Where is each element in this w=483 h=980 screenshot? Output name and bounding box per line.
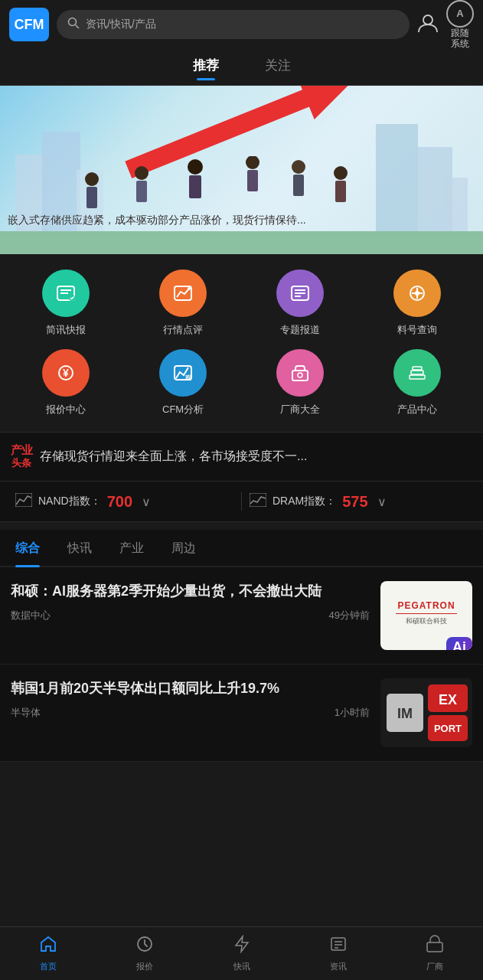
news-meta-0: 数据中心 49分钟前	[11, 609, 370, 622]
svg-rect-15	[335, 181, 346, 202]
news-time-0: 49分钟前	[329, 609, 370, 622]
svg-point-2	[423, 15, 432, 24]
banner: 嵌入式存储供应趋紧，成本驱动部分产品涨价，现货行情保待...	[0, 86, 483, 254]
vendor-label: 厂商大全	[280, 403, 320, 416]
market-icon	[159, 270, 207, 317]
svg-point-10	[246, 156, 259, 169]
index-bar: NAND指数： 700 ∨ DRAM指数： 575 ∨	[0, 482, 483, 522]
nav-vendor[interactable]: 厂商	[387, 935, 483, 972]
nand-value: 700	[107, 493, 132, 511]
vendor-icon	[276, 349, 324, 397]
svg-text:程: 程	[184, 374, 192, 381]
nand-chevron-icon[interactable]: ∨	[142, 495, 151, 509]
nav-home[interactable]: 首页	[0, 935, 96, 972]
export-graphic: IM EX PORT	[380, 678, 472, 747]
icon-item-product[interactable]: 产品中心	[358, 349, 475, 416]
industry-bar[interactable]: 产业 头条 存储现货行情迎来全面上涨，各市场接受度不一...	[0, 432, 483, 482]
bottom-nav: 首页 报价 快讯 资讯 厂商	[0, 926, 483, 980]
svg-point-14	[334, 166, 348, 180]
icon-item-partno[interactable]: 料号查询	[358, 270, 475, 337]
dram-chart-icon	[250, 493, 266, 510]
home-icon	[39, 935, 57, 958]
news-title-1: 韩国1月前20天半导体出口额同比上升19.7%	[11, 678, 370, 698]
header: CFM 资讯/快讯/产品 A 跟随系统	[0, 0, 483, 49]
svg-marker-49	[236, 936, 248, 952]
icon-item-quote[interactable]: ¥ 报价中心	[8, 349, 125, 416]
product-label: 产品中心	[397, 403, 437, 416]
dram-chevron-icon[interactable]: ∨	[377, 495, 387, 509]
ctab-comprehensive[interactable]: 综合	[15, 541, 40, 566]
ground	[0, 231, 483, 254]
cfm-label: CFM分析	[162, 403, 204, 416]
nav-news-label: 资讯	[330, 961, 347, 972]
news-meta-1: 半导体 1小时前	[11, 706, 370, 720]
news-thumb-0: PEGATRON 和硕联合科技 Ai	[380, 581, 472, 650]
news-title-0: 和硕：AI服务器第2季开始少量出货，不会撤出大陆	[11, 581, 370, 601]
index-divider	[241, 492, 242, 511]
svg-point-4	[85, 172, 99, 186]
nav-news[interactable]: 资讯	[290, 935, 387, 972]
svg-text:¥: ¥	[63, 367, 69, 379]
banner-caption: 嵌入式存储供应趋紧，成本驱动部分产品涨价，现货行情保待...	[8, 214, 475, 227]
svg-point-12	[292, 160, 305, 174]
avatar[interactable]: A	[446, 0, 474, 28]
svg-rect-38	[413, 367, 422, 370]
ctab-peripheral[interactable]: 周边	[171, 541, 196, 566]
search-icon	[67, 17, 80, 32]
nand-chart-icon	[15, 493, 32, 510]
news-time-1: 1小时前	[335, 706, 370, 720]
svg-point-35	[298, 373, 302, 377]
user-icon[interactable]	[417, 12, 439, 37]
news-nav-icon	[329, 935, 348, 958]
logo[interactable]: CFM	[9, 8, 49, 41]
dram-label: DRAM指数：	[273, 495, 336, 508]
news-content-1: 韩国1月前20天半导体出口额同比上升19.7% 半导体 1小时前	[11, 678, 370, 747]
nav-quote[interactable]: 报价	[96, 935, 193, 972]
tab-following[interactable]: 关注	[265, 57, 291, 79]
icon-item-cfm[interactable]: 程 CFM分析	[125, 349, 242, 416]
svg-text:EX: EX	[439, 692, 457, 707]
header-right: A 跟随系统	[417, 0, 474, 49]
market-label: 行情点评	[163, 323, 203, 337]
industry-tag: 产业 头条	[11, 443, 32, 470]
dram-index[interactable]: DRAM指数： 575 ∨	[250, 493, 468, 511]
product-icon	[393, 349, 441, 397]
svg-rect-36	[410, 375, 425, 379]
icon-grid: 简讯快报 行情点评 专题报道 料号查询 ¥ 报价中心 程 CFM分析 厂商大全	[0, 254, 483, 424]
ctab-flash[interactable]: 快讯	[67, 541, 92, 566]
nav-flash[interactable]: 快讯	[193, 935, 289, 972]
search-bar[interactable]: 资讯/快讯/产品	[57, 10, 410, 39]
icon-item-topic[interactable]: 专题报道	[242, 270, 359, 337]
svg-point-29	[415, 291, 419, 296]
svg-point-21	[188, 287, 191, 290]
news-card-0[interactable]: 和硕：AI服务器第2季开始少量出货，不会撤出大陆 数据中心 49分钟前 PEGA…	[0, 567, 483, 665]
topic-label: 专题报道	[280, 323, 320, 337]
news-category-0: 数据中心	[11, 609, 51, 622]
nand-index[interactable]: NAND指数： 700 ∨	[15, 493, 233, 511]
main-tabs: 推荐 关注	[0, 49, 483, 86]
cfm-icon: 程	[159, 349, 207, 397]
content-tabs: 综合 快讯 产业 周边	[0, 530, 483, 567]
follow-label: 跟随系统	[451, 28, 469, 50]
news-thumb-1: IM EX PORT	[380, 678, 472, 747]
icon-item-vendor[interactable]: 厂商大全	[242, 349, 359, 416]
brief-icon	[42, 270, 90, 317]
tab-recommended[interactable]: 推荐	[193, 57, 219, 79]
news-card-1[interactable]: 韩国1月前20天半导体出口额同比上升19.7% 半导体 1小时前 IM EX P…	[0, 665, 483, 762]
svg-rect-34	[292, 371, 308, 381]
ctab-industry[interactable]: 产业	[119, 541, 144, 566]
vendor-nav-icon	[426, 935, 444, 958]
brief-label: 简讯快报	[46, 323, 86, 337]
icon-item-market[interactable]: 行情点评	[125, 270, 242, 337]
quote-nav-icon	[135, 935, 154, 958]
svg-rect-5	[86, 187, 97, 208]
nav-flash-label: 快讯	[233, 961, 250, 972]
nav-vendor-label: 厂商	[426, 961, 443, 972]
pegatron-sub: 和硕联合科技	[396, 616, 457, 626]
partno-icon	[393, 270, 441, 317]
svg-rect-9	[189, 175, 201, 198]
icon-item-brief[interactable]: 简讯快报	[8, 270, 125, 337]
svg-text:PORT: PORT	[434, 723, 462, 734]
svg-point-6	[135, 166, 148, 180]
avatar-follow[interactable]: A 跟随系统	[446, 0, 474, 49]
